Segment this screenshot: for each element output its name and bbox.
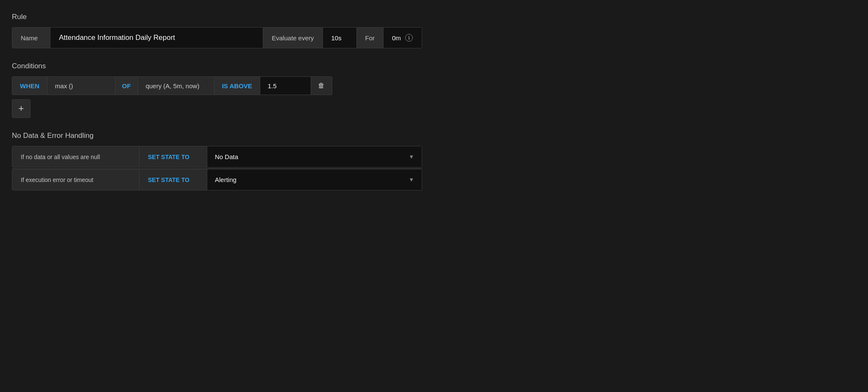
conditions-row: WHEN max () OF query (A, 5m, now) IS ABO… (12, 76, 422, 95)
no-data-state-value: No Data (215, 153, 238, 160)
error-timeout-state-select[interactable]: Alerting ▼ (207, 169, 422, 190)
error-timeout-set-state-label: SET STATE TO (139, 169, 207, 190)
rule-for-label: For (357, 28, 384, 48)
add-condition-button[interactable]: + (12, 99, 31, 118)
condition-query[interactable]: query (A, 5m, now) (138, 76, 214, 95)
no-data-row: If no data or all values are null SET ST… (12, 146, 422, 168)
error-timeout-state-value: Alerting (215, 176, 236, 183)
conditions-section-label: Conditions (12, 62, 422, 70)
error-timeout-dropdown-arrow: ▼ (409, 176, 414, 183)
info-icon[interactable]: ℹ (405, 34, 413, 42)
error-timeout-row: If execution error or timeout SET STATE … (12, 169, 422, 190)
rule-for-value[interactable]: 0m ℹ (384, 28, 422, 48)
rule-evaluate-value[interactable]: 10s (323, 28, 357, 48)
conditions-section: Conditions WHEN max () OF query (A, 5m, … (12, 62, 422, 118)
is-above-label: IS ABOVE (214, 76, 260, 95)
rule-name-value[interactable]: Attendance Information Daily Report (50, 28, 263, 48)
delete-condition-button[interactable]: 🗑 (311, 76, 332, 95)
when-label: WHEN (12, 76, 47, 95)
no-data-dropdown-arrow: ▼ (409, 154, 414, 160)
threshold-value[interactable]: 1.5 (260, 76, 311, 95)
error-handling-section-label: No Data & Error Handling (12, 132, 422, 140)
of-label: OF (115, 76, 138, 95)
error-handling-section: No Data & Error Handling If no data or a… (12, 132, 422, 190)
rule-section-label: Rule (12, 13, 422, 21)
for-value-text: 0m (392, 34, 401, 42)
trash-icon: 🗑 (318, 82, 325, 90)
rule-row: Name Attendance Information Daily Report… (12, 27, 422, 48)
plus-icon: + (19, 103, 24, 114)
no-data-state-select[interactable]: No Data ▼ (207, 146, 422, 167)
rule-evaluate-label: Evaluate every (263, 28, 323, 48)
error-timeout-condition-label: If execution error or timeout (12, 169, 139, 190)
condition-function[interactable]: max () (47, 76, 115, 95)
no-data-set-state-label: SET STATE TO (139, 146, 207, 167)
rule-section: Rule Name Attendance Information Daily R… (12, 13, 422, 48)
no-data-condition-label: If no data or all values are null (12, 146, 139, 167)
rule-name-label: Name (12, 28, 50, 48)
